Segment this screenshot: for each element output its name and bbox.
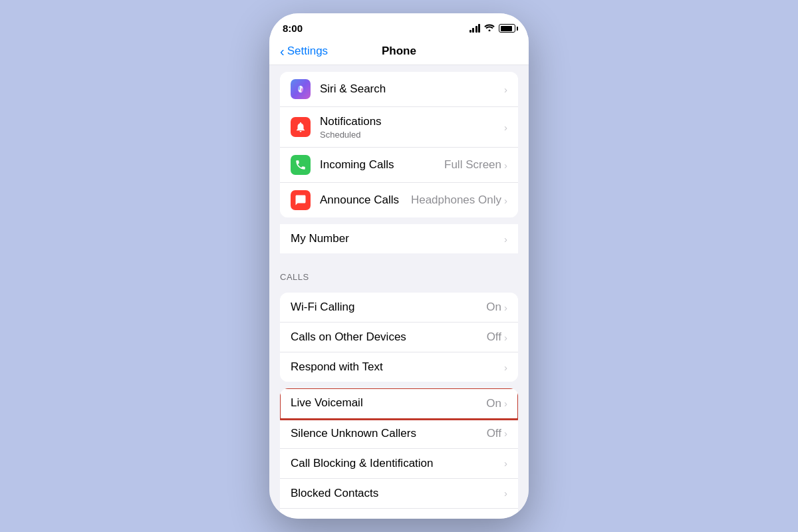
wifi-calling-title: Wi-Fi Calling — [291, 300, 486, 315]
notifications-icon — [291, 117, 311, 137]
live-voicemail-item[interactable]: Live Voicemail On › — [280, 388, 518, 418]
calls-other-devices-value: Off — [487, 331, 501, 344]
my-number-right: › — [504, 233, 507, 245]
announce-calls-value: Headphones Only — [411, 194, 501, 207]
siri-search-content: Siri & Search — [320, 82, 504, 96]
sms-call-reporting-item[interactable]: SMS/Call Reporting › — [280, 509, 518, 519]
call-blocking-right: › — [504, 458, 507, 469]
incoming-calls-item[interactable]: Incoming Calls Full Screen › — [280, 148, 518, 183]
blocked-contacts-title: Blocked Contacts — [291, 486, 504, 501]
blocked-contacts-right: › — [504, 487, 507, 499]
announce-calls-title: Announce Calls — [320, 193, 411, 207]
incoming-calls-right: Full Screen › — [444, 158, 507, 172]
status-icons — [469, 23, 516, 33]
blocked-contacts-content: Blocked Contacts — [291, 486, 504, 501]
nav-title: Phone — [382, 45, 416, 58]
back-chevron-icon: ‹ — [280, 45, 285, 58]
back-label: Settings — [287, 45, 328, 58]
my-number-section: My Number › — [280, 224, 518, 253]
chevron-icon: › — [504, 487, 507, 499]
chevron-icon: › — [504, 302, 507, 313]
siri-search-item[interactable]: Siri & Search › — [280, 72, 518, 107]
call-blocking-title: Call Blocking & Identification — [291, 456, 504, 471]
respond-text-item[interactable]: Respond with Text › — [280, 352, 518, 382]
voicemail-section: Live Voicemail On › Silence Unknown Call… — [280, 388, 518, 519]
silence-unknown-value: Off — [487, 427, 501, 440]
notifications-right: › — [504, 122, 507, 133]
siri-search-title: Siri & Search — [320, 82, 504, 96]
chevron-icon: › — [504, 233, 507, 245]
status-time: 8:00 — [283, 23, 303, 34]
live-voicemail-value: On — [486, 397, 501, 410]
announce-calls-item[interactable]: Announce Calls Headphones Only › — [280, 183, 518, 217]
chevron-icon: › — [504, 332, 507, 343]
my-number-content: My Number — [291, 231, 504, 246]
call-blocking-item[interactable]: Call Blocking & Identification › — [280, 449, 518, 479]
announce-calls-right: Headphones Only › — [411, 194, 507, 207]
live-voicemail-content: Live Voicemail — [291, 396, 486, 410]
incoming-calls-value: Full Screen — [444, 158, 501, 172]
top-items-section: Siri & Search › Notifications Scheduled — [280, 72, 518, 217]
scroll-content: Siri & Search › Notifications Scheduled — [269, 65, 529, 519]
status-bar: 8:00 — [269, 13, 529, 39]
call-blocking-content: Call Blocking & Identification — [291, 456, 504, 471]
svg-point-1 — [298, 86, 300, 90]
phone-container: 8:00 ‹ Settings Phone — [269, 13, 529, 519]
silence-unknown-right: Off › — [487, 427, 507, 440]
live-voicemail-right: On › — [486, 397, 507, 410]
respond-text-title: Respond with Text — [291, 360, 504, 374]
back-button[interactable]: ‹ Settings — [280, 45, 328, 58]
notifications-item[interactable]: Notifications Scheduled › — [280, 107, 518, 148]
announce-calls-icon — [291, 190, 311, 210]
wifi-calling-item[interactable]: Wi-Fi Calling On › — [280, 293, 518, 323]
live-voicemail-title: Live Voicemail — [291, 396, 486, 410]
battery-icon — [499, 24, 515, 33]
incoming-calls-icon — [291, 155, 311, 175]
silence-unknown-title: Silence Unknown Callers — [291, 426, 487, 441]
siri-search-right: › — [504, 84, 507, 95]
wifi-icon — [484, 23, 495, 33]
notifications-title: Notifications — [320, 114, 504, 129]
respond-text-content: Respond with Text — [291, 360, 504, 374]
wifi-calling-content: Wi-Fi Calling — [291, 300, 486, 315]
sms-call-reporting-right: › — [504, 517, 507, 519]
calls-section-label: CALLS — [269, 260, 529, 286]
chevron-icon: › — [504, 362, 507, 373]
chevron-icon: › — [504, 398, 507, 409]
siri-icon — [291, 79, 311, 99]
calls-section: Wi-Fi Calling On › Calls on Other Device… — [280, 293, 518, 382]
respond-text-right: › — [504, 362, 507, 373]
sms-call-reporting-content: SMS/Call Reporting — [291, 516, 504, 519]
silence-unknown-content: Silence Unknown Callers — [291, 426, 487, 441]
chevron-icon: › — [504, 160, 507, 171]
chevron-icon: › — [504, 84, 507, 95]
calls-section-wrapper: CALLS Wi-Fi Calling On › Calls on Other … — [269, 260, 529, 382]
chevron-icon: › — [504, 517, 507, 519]
incoming-calls-title: Incoming Calls — [320, 158, 444, 172]
calls-other-devices-right: Off › — [487, 331, 507, 344]
wifi-calling-value: On — [486, 301, 501, 314]
announce-calls-content: Announce Calls — [320, 193, 411, 207]
chevron-icon: › — [504, 122, 507, 133]
silence-unknown-item[interactable]: Silence Unknown Callers Off › — [280, 419, 518, 449]
my-number-item[interactable]: My Number › — [280, 224, 518, 253]
wifi-calling-right: On › — [486, 301, 507, 314]
chevron-icon: › — [504, 458, 507, 469]
nav-bar: ‹ Settings Phone — [269, 39, 529, 65]
calls-other-devices-content: Calls on Other Devices — [291, 330, 487, 344]
chevron-icon: › — [504, 195, 507, 206]
calls-other-devices-title: Calls on Other Devices — [291, 330, 487, 344]
blocked-contacts-item[interactable]: Blocked Contacts › — [280, 479, 518, 509]
my-number-title: My Number — [291, 231, 504, 246]
signal-icon — [469, 24, 481, 33]
svg-point-2 — [301, 88, 303, 92]
calls-other-devices-item[interactable]: Calls on Other Devices Off › — [280, 323, 518, 352]
incoming-calls-content: Incoming Calls — [320, 158, 444, 172]
sms-call-reporting-title: SMS/Call Reporting — [291, 516, 504, 519]
notifications-subtitle: Scheduled — [320, 130, 504, 140]
notifications-content: Notifications Scheduled — [320, 114, 504, 140]
chevron-icon: › — [504, 428, 507, 439]
